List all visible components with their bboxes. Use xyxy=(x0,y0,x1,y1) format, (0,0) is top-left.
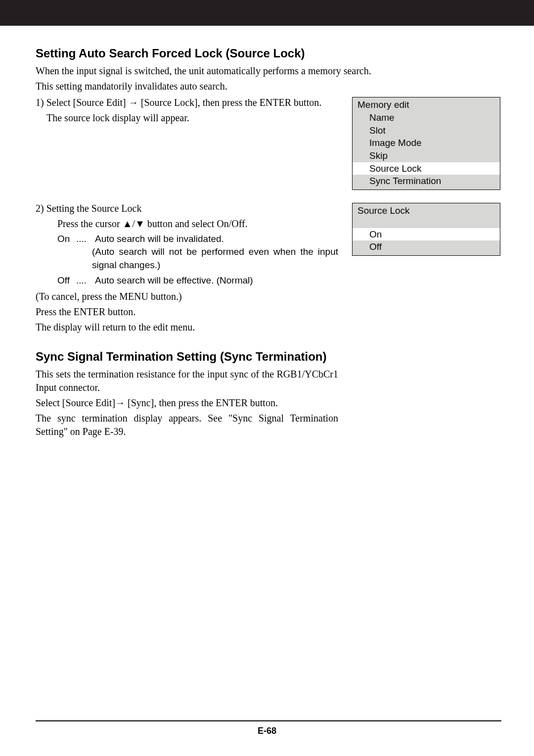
page-number: E-68 xyxy=(0,726,534,736)
dots-icon: .... xyxy=(76,233,91,246)
section2-p1: This sets the termination resistance for… xyxy=(36,368,338,394)
osd-item-image-mode: Image Mode xyxy=(353,137,500,149)
osd-source-lock: Source Lock On Off xyxy=(352,203,500,256)
off-label: Off xyxy=(57,274,72,287)
off-text: Auto search will be effective. (Normal) xyxy=(95,274,338,287)
footer-divider xyxy=(36,720,501,721)
on-label: On xyxy=(57,233,72,246)
osd-item-slot: Slot xyxy=(353,124,500,137)
step1-sub: The source lock display will appear. xyxy=(36,111,338,125)
step1-line: 1) Select [Source Edit] → [Source Lock],… xyxy=(36,96,338,109)
osd-item-name: Name xyxy=(353,111,500,124)
osd-item-source-lock: Source Lock xyxy=(353,162,500,175)
header-band xyxy=(0,0,534,26)
on-text1: Auto search will be invalidated. xyxy=(95,233,338,246)
osd-sl-title: Source Lock xyxy=(353,203,500,217)
step2-sub: Press the cursor ▲/▼ button and select O… xyxy=(36,217,338,231)
on-text2: (Auto search will not be performed even … xyxy=(57,245,338,272)
osd-sl-off: Off xyxy=(353,240,500,253)
osd-item-sync-termination: Sync Termination xyxy=(353,175,500,188)
section1-heading: Setting Auto Search Forced Lock (Source … xyxy=(36,47,501,60)
section2-heading: Sync Signal Termination Setting (Sync Te… xyxy=(36,350,501,364)
step2-line: 2) Setting the Source Lock xyxy=(36,202,338,215)
section2-p2: Select [Source Edit]→ [Sync], then press… xyxy=(36,396,338,410)
osd-sl-on: On xyxy=(353,228,500,241)
osd-item-skip: Skip xyxy=(353,149,500,162)
section2-p3: The sync termination display appears. Se… xyxy=(36,412,338,438)
dots-icon: .... xyxy=(76,274,91,287)
section1-p1: When the input signal is switched, the u… xyxy=(36,64,501,78)
press-enter: Press the ENTER button. xyxy=(36,305,338,319)
cancel-note: (To cancel, press the MENU button.) xyxy=(36,290,338,303)
osd-title: Memory edit xyxy=(353,97,500,111)
return-note: The display will return to the edit menu… xyxy=(36,321,338,334)
section1-p2: This setting mandatorily invalidates aut… xyxy=(36,80,501,93)
osd-memory-edit: Memory edit Name Slot Image Mode Skip So… xyxy=(352,97,500,190)
